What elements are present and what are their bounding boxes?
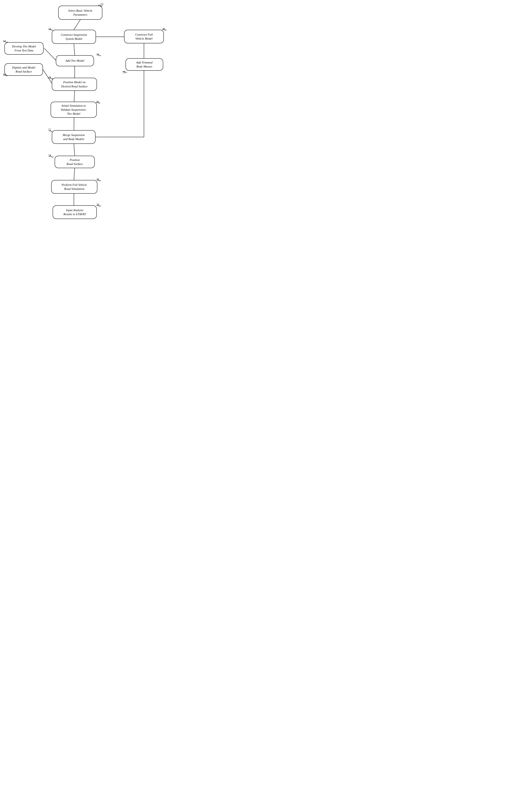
perform-full-label: Perform Full VehicleRoad Simulation — [62, 183, 87, 191]
label-20: 20 — [96, 100, 99, 104]
label-22: 22 — [48, 128, 51, 131]
merge-suspension-box: Merge Suspensionand Body Models — [52, 130, 95, 144]
label-15: 15 — [3, 73, 5, 76]
label-32: 32 — [122, 71, 125, 74]
add-tire-label: Add Tire Model — [65, 59, 84, 63]
label-14: 14 — [3, 40, 5, 43]
svg-line-0 — [74, 20, 80, 30]
input-analysis-box: Input AnalysisResults to ETAFAT — [53, 205, 97, 219]
add-trimmed-label: Add TrimmedBody Masses — [136, 60, 152, 69]
svg-line-9 — [43, 69, 53, 84]
merge-suspension-label: Merge Suspensionand Body Models — [63, 133, 85, 141]
digitize-box: Digitize and ModelRoad Surface — [4, 63, 43, 76]
label-18: 18 — [48, 76, 51, 79]
svg-line-8 — [44, 48, 56, 61]
input-analysis-label: Input AnalysisResults to ETAFAT — [63, 208, 86, 216]
develop-tire-box: Develop Tire ModelFrom Test Data — [4, 42, 44, 55]
digitize-label: Digitize and ModelRoad Surface — [12, 66, 35, 74]
label-26: 26 — [97, 178, 99, 181]
label-12: 12 — [48, 28, 51, 31]
svg-line-1 — [74, 44, 75, 55]
initial-simulation-label: Initial Simulation toValidate Suspension… — [61, 104, 87, 116]
label-28: 28 — [97, 203, 99, 206]
initial-simulation-box: Initial Simulation toValidate Suspension… — [50, 102, 97, 118]
label-24: 24 — [48, 154, 51, 157]
add-trimmed-box: Add TrimmedBody Masses — [126, 58, 163, 71]
add-tire-box: Add Tire Model — [56, 55, 94, 66]
construct-suspension-label: Construct SuspensionSystem Model — [61, 33, 87, 41]
develop-tire-label: Develop Tire ModelFrom Test Data — [12, 44, 36, 53]
construct-suspension-box: Construct SuspensionSystem Model — [52, 30, 96, 44]
construct-full-label: Construct FullVehicle Model — [135, 32, 153, 41]
svg-line-6 — [74, 168, 75, 180]
perform-full-box: Perform Full VehicleRoad Simulation — [51, 180, 97, 194]
svg-line-3 — [74, 91, 75, 102]
label-16: 16 — [97, 53, 99, 56]
flowchart-diagram: Select Basic Vehicle Parameters Construc… — [0, 0, 177, 281]
label-10: 10 — [100, 3, 103, 6]
select-basic-label: Select Basic Vehicle Parameters — [61, 9, 99, 17]
select-basic-box: Select Basic Vehicle Parameters — [58, 5, 102, 20]
svg-line-5 — [74, 144, 75, 156]
position-road-box: PositionRoad Surface — [55, 156, 95, 168]
construct-full-box: Construct FullVehicle Model — [124, 30, 164, 43]
position-model-label: Position Model onDesired Road Surface — [61, 80, 88, 88]
position-model-box: Position Model onDesired Road Surface — [52, 78, 97, 91]
label-30: 30 — [162, 28, 165, 31]
position-road-label: PositionRoad Surface — [67, 158, 83, 166]
